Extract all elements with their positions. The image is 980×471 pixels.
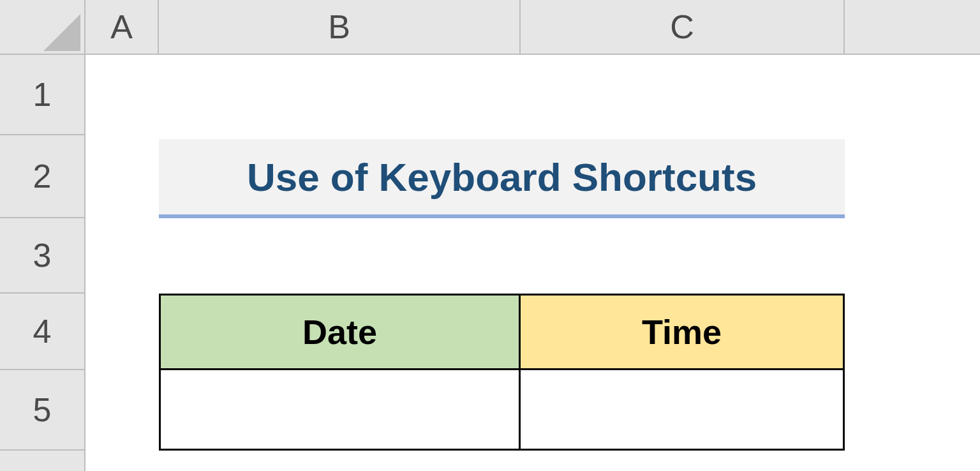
table-header-date[interactable]: Date: [159, 294, 521, 370]
row-header-2[interactable]: 2: [0, 135, 85, 218]
column-header-A[interactable]: A: [85, 0, 159, 55]
row-1: 1: [0, 55, 980, 135]
row-2: 2 Use of Keyboard Shortcuts: [0, 135, 980, 218]
row-header-1[interactable]: 1: [0, 55, 85, 135]
cell-rest-1[interactable]: [845, 55, 980, 135]
cell-rest-BC[interactable]: [159, 451, 845, 471]
row-header-rest[interactable]: [0, 451, 85, 471]
title-heading: Use of Keyboard Shortcuts: [159, 139, 845, 218]
cell-B2-C2-merged[interactable]: Use of Keyboard Shortcuts: [159, 135, 845, 218]
cell-C5-time-value[interactable]: [521, 370, 845, 451]
row-header-3[interactable]: 3: [0, 218, 85, 294]
spreadsheet-viewport: A B C 1 2 Use of Keyboard Shortcuts 3 4 …: [0, 0, 980, 471]
row-header-5[interactable]: 5: [0, 370, 85, 451]
row-5: 5: [0, 370, 980, 451]
cell-A5[interactable]: [85, 370, 159, 451]
cell-A1[interactable]: [85, 55, 159, 135]
cell-rest-4[interactable]: [845, 294, 980, 370]
cell-A3[interactable]: [85, 218, 159, 294]
cell-A4[interactable]: [85, 294, 159, 370]
table-data-row: [159, 370, 845, 451]
column-header-blank[interactable]: [845, 0, 980, 55]
cell-rest-2[interactable]: [845, 135, 980, 218]
cell-B1-C1[interactable]: [159, 55, 845, 135]
select-all-corner[interactable]: [0, 0, 85, 55]
cell-rest-A[interactable]: [85, 451, 159, 471]
cell-rest-end[interactable]: [845, 451, 980, 471]
table-header-time[interactable]: Time: [521, 294, 845, 370]
row-4: 4 Date Time: [0, 294, 980, 370]
row-rest: [0, 451, 980, 471]
column-header-row: A B C: [0, 0, 980, 55]
column-header-C[interactable]: C: [521, 0, 845, 55]
cell-A2[interactable]: [85, 135, 159, 218]
cell-B3-C3[interactable]: [159, 218, 845, 294]
svg-marker-0: [43, 14, 80, 51]
table-header-row: Date Time: [159, 294, 845, 370]
cell-B5-date-value[interactable]: [159, 370, 521, 451]
row-3: 3: [0, 218, 980, 294]
select-all-triangle-icon: [43, 14, 80, 51]
cell-rest-3[interactable]: [845, 218, 980, 294]
row-header-4[interactable]: 4: [0, 294, 85, 370]
column-header-B[interactable]: B: [159, 0, 521, 55]
cell-rest-5[interactable]: [845, 370, 980, 451]
